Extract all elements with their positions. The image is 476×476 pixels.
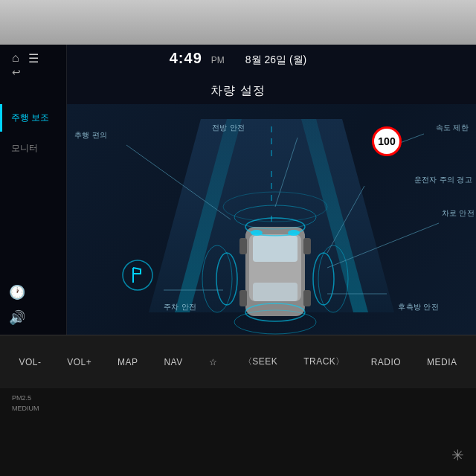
medium-label: MEDIUM (12, 405, 39, 412)
screen: ⌂ ☰ 4:49 PM 8월 26일 (월) ↩ 차량 설정 주행 보조 모니터… (0, 45, 476, 335)
svg-point-15 (288, 230, 300, 236)
media-button[interactable]: MEDIA (419, 353, 465, 372)
svg-line-26 (275, 138, 298, 207)
time-period: PM (211, 55, 225, 65)
nav-button[interactable]: NAV (156, 353, 190, 372)
top-bezel (0, 0, 476, 45)
label-driver-warning: 운전자 주의 경고 (414, 175, 472, 185)
seek-back-button[interactable]: 〈SEEK (236, 351, 286, 373)
bottom-left-info: PM2.5 MEDIUM (12, 394, 39, 412)
svg-rect-13 (303, 290, 311, 306)
svg-point-16 (245, 218, 305, 236)
vol-plus-button[interactable]: VOL+ (60, 353, 99, 372)
pm25-label: PM2.5 (12, 394, 39, 402)
label-speed-limit: 속도 제한 (436, 123, 469, 133)
page-title: 차량 설정 (210, 83, 265, 99)
label-front-safety: 전방 안전 (212, 123, 245, 133)
svg-point-22 (202, 245, 232, 312)
volume-icon: 🔊 (9, 309, 57, 326)
fan-icon: ✳ (451, 446, 464, 464)
left-sidebar: 주행 보조 모니터 🕐 🔊 (0, 45, 67, 335)
button-bar: VOL- VOL+ MAP NAV ☆ 〈SEEK TRACK〉 RADIO M… (0, 335, 476, 388)
sidebar-item-monitor[interactable]: 모니터 (0, 135, 66, 162)
bottom-status: PM2.5 MEDIUM ✳ (0, 388, 476, 476)
svg-point-32 (123, 260, 152, 290)
svg-rect-12 (239, 290, 247, 306)
svg-point-20 (234, 310, 316, 334)
map-button[interactable]: MAP (110, 353, 146, 372)
radio-button[interactable]: RADIO (364, 353, 409, 372)
speed-value: 100 (378, 135, 395, 147)
speed-sign: 100 (372, 126, 402, 156)
label-parking-safety: 주차 안전 (164, 302, 196, 312)
viz-area: 추행 편의 전방 안전 속도 제한 운전자 주의 경고 차로 안전 주차 안전 … (67, 104, 476, 335)
date-display: 8월 26일 (월) (245, 54, 306, 67)
vol-minus-button[interactable]: VOL- (11, 353, 48, 372)
svg-rect-9 (253, 283, 298, 301)
svg-point-14 (251, 230, 263, 236)
home-icon[interactable]: ⌂ (12, 51, 19, 65)
sidebar-icons: 🕐 🔊 (0, 275, 66, 335)
svg-marker-2 (301, 119, 368, 312)
svg-rect-6 (245, 227, 305, 316)
status-bar: ⌂ ☰ 4:49 PM 8월 26일 (월) ↩ (0, 45, 476, 71)
favorite-button[interactable]: ☆ (202, 353, 225, 372)
time-display: 4:49 (170, 50, 202, 67)
status-icons: ⌂ ☰ (12, 51, 39, 65)
svg-rect-7 (249, 234, 301, 301)
svg-point-21 (216, 253, 237, 305)
svg-point-18 (223, 192, 327, 222)
svg-line-25 (126, 145, 231, 219)
svg-line-29 (327, 223, 439, 268)
svg-marker-0 (149, 119, 394, 312)
label-lane-safety: 차로 안전 (442, 208, 475, 219)
clock-icon: 🕐 (9, 284, 57, 300)
svg-rect-10 (239, 238, 247, 254)
svg-point-24 (318, 245, 348, 312)
svg-line-28 (327, 186, 364, 253)
svg-point-17 (234, 205, 316, 229)
menu-icon[interactable]: ☰ (28, 51, 39, 65)
svg-point-23 (313, 253, 334, 305)
back-icon[interactable]: ↩ (12, 65, 21, 79)
main-content: 추행 편의 전방 안전 속도 제한 운전자 주의 경고 차로 안전 주차 안전 … (67, 104, 476, 335)
svg-point-19 (245, 303, 305, 321)
track-forward-button[interactable]: TRACK〉 (296, 351, 353, 373)
svg-rect-8 (253, 236, 298, 262)
svg-marker-1 (175, 119, 242, 312)
sidebar-item-driving-assist[interactable]: 주행 보조 (0, 104, 66, 132)
label-rear-safety: 후측방 안전 (398, 302, 439, 312)
clock-area: 4:49 PM 8월 26일 (월) (170, 50, 307, 67)
svg-rect-11 (303, 238, 311, 254)
label-driving-convenience: 추행 편의 (74, 130, 107, 141)
